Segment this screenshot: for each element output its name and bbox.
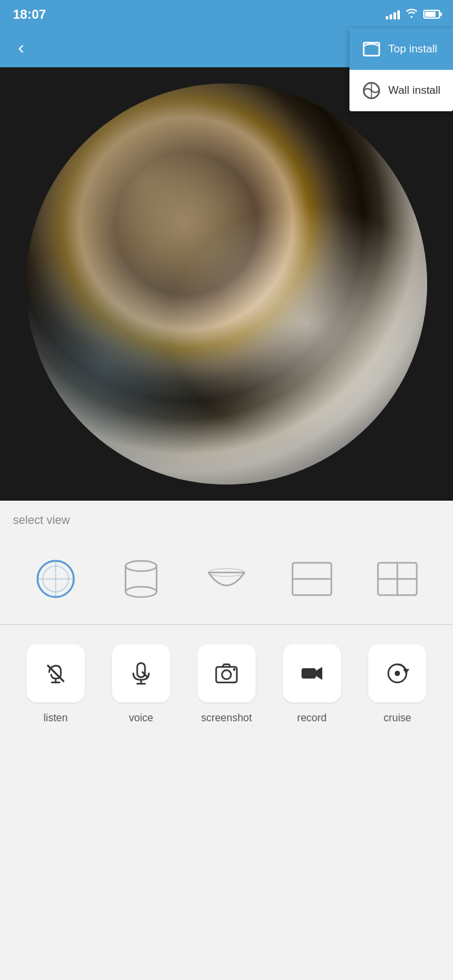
camera-fisheye-view [26, 83, 427, 485]
view-icons-row [0, 540, 453, 624]
svg-point-7 [126, 561, 157, 571]
voice-button-box [112, 644, 170, 702]
battery-icon [423, 10, 440, 19]
install-dropdown: Top install Wall install [349, 28, 453, 111]
record-button-box [283, 644, 341, 702]
top-install-label: Top install [388, 43, 437, 56]
screenshot-label: screenshot [201, 712, 252, 724]
view-split4-button[interactable] [365, 553, 430, 605]
camera-feed: 2019-0 [0, 67, 453, 501]
svg-rect-28 [302, 668, 316, 679]
dropdown-item-top[interactable]: Top install [349, 28, 453, 70]
listen-button-box [27, 644, 85, 702]
screenshot-button-box [197, 644, 256, 702]
dropdown-item-wall[interactable]: Wall install [349, 70, 453, 111]
voice-button[interactable]: voice [109, 644, 173, 724]
status-bar: 18:07 [0, 0, 453, 28]
svg-point-10 [126, 587, 157, 597]
record-label: record [297, 712, 326, 724]
screenshot-button[interactable]: screenshot [194, 644, 259, 724]
back-button[interactable]: ‹ [13, 35, 29, 61]
svg-rect-21 [137, 663, 145, 677]
wifi-icon [405, 8, 418, 21]
svg-point-27 [233, 668, 236, 671]
wall-install-label: Wall install [388, 84, 441, 97]
select-view-label: select view [0, 514, 453, 540]
record-button[interactable]: record [280, 644, 344, 724]
view-split2-button[interactable] [280, 553, 344, 605]
cruise-label: cruise [384, 712, 412, 724]
svg-point-30 [395, 671, 400, 676]
cruise-button-box [368, 644, 426, 702]
action-buttons-row: listen voice [0, 625, 453, 750]
listen-button[interactable]: listen [23, 644, 88, 724]
view-cylinder-button[interactable] [109, 553, 173, 605]
svg-point-26 [222, 670, 231, 679]
cruise-button[interactable]: cruise [365, 644, 430, 724]
top-install-icon [361, 39, 382, 60]
listen-label: listen [43, 712, 67, 724]
header: ‹ Topinstall Top install Wall install [0, 28, 453, 67]
bottom-section: select view [0, 501, 453, 750]
view-bowl-button[interactable] [194, 553, 259, 605]
status-time: 18:07 [13, 7, 46, 22]
view-circle-button[interactable] [23, 553, 88, 605]
signal-icon [386, 9, 400, 19]
status-icons [386, 8, 440, 21]
wall-install-icon [361, 80, 382, 101]
voice-label: voice [129, 712, 153, 724]
